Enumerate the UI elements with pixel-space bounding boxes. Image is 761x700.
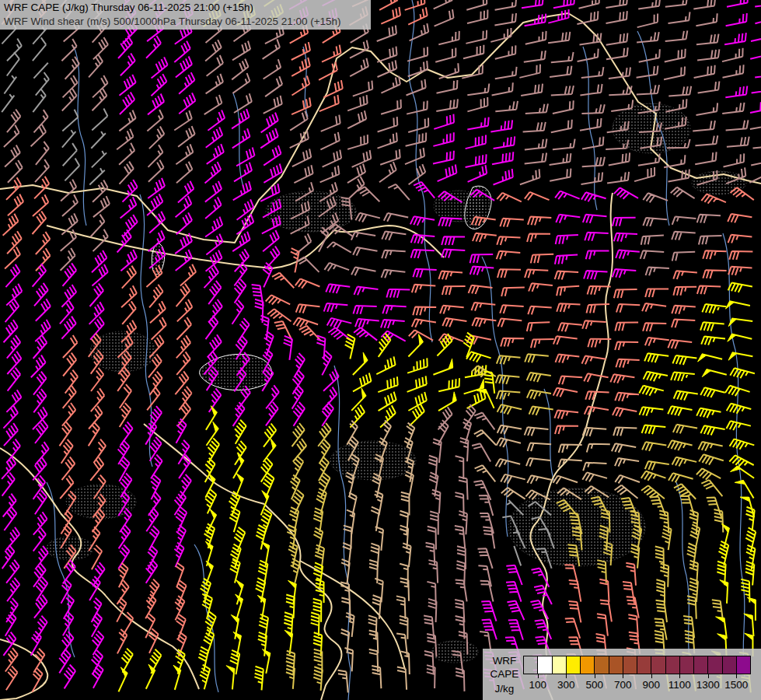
legend-color-box bbox=[524, 656, 538, 674]
legend-tick bbox=[679, 674, 680, 678]
legend-tick bbox=[708, 674, 709, 678]
legend-color-box bbox=[538, 656, 552, 674]
map-canvas bbox=[0, 0, 761, 700]
legend-tick-label: 1500 bbox=[719, 679, 753, 691]
weather-map-stage: WRF CAPE (J/kg) Thursday 06-11-2025 21:0… bbox=[0, 0, 761, 700]
legend-panel: WRF CAPE J/kg 10030050070090011001300150… bbox=[483, 649, 761, 700]
legend-color-box bbox=[581, 656, 595, 674]
legend-tick bbox=[595, 674, 595, 678]
legend-color-box bbox=[737, 656, 750, 674]
legend-color-box bbox=[651, 656, 665, 674]
legend-label-wrf: WRF bbox=[487, 654, 522, 667]
legend-tick bbox=[538, 674, 539, 678]
legend-color-box bbox=[708, 656, 722, 674]
legend-tick bbox=[651, 674, 652, 678]
legend-color-box bbox=[595, 656, 609, 674]
legend-color-box bbox=[609, 656, 623, 674]
legend-color-box bbox=[694, 656, 708, 674]
legend-label-cape: CAPE bbox=[487, 667, 522, 681]
title-panel: WRF CAPE (J/kg) Thursday 06-11-2025 21:0… bbox=[0, 0, 371, 30]
legend-color-box bbox=[666, 656, 680, 674]
legend-colorbar bbox=[523, 656, 751, 674]
legend-tick bbox=[623, 674, 623, 678]
legend-tick bbox=[566, 674, 567, 678]
terrain-stipple bbox=[330, 441, 416, 480]
legend-color-box bbox=[623, 656, 637, 674]
legend-tick bbox=[736, 674, 737, 678]
legend-label-unit: J/kg bbox=[487, 682, 522, 695]
legend-color-box bbox=[680, 656, 694, 674]
legend-color-box bbox=[567, 656, 581, 674]
legend-color-box bbox=[637, 656, 651, 674]
legend-color-box bbox=[723, 656, 737, 674]
title-line-cape: WRF CAPE (J/kg) Thursday 06-11-2025 21:0… bbox=[0, 0, 371, 14]
legend-color-box bbox=[553, 656, 567, 674]
title-line-shear: WRF Wind shear (m/s) 500/1000hPa Thursda… bbox=[0, 14, 371, 28]
